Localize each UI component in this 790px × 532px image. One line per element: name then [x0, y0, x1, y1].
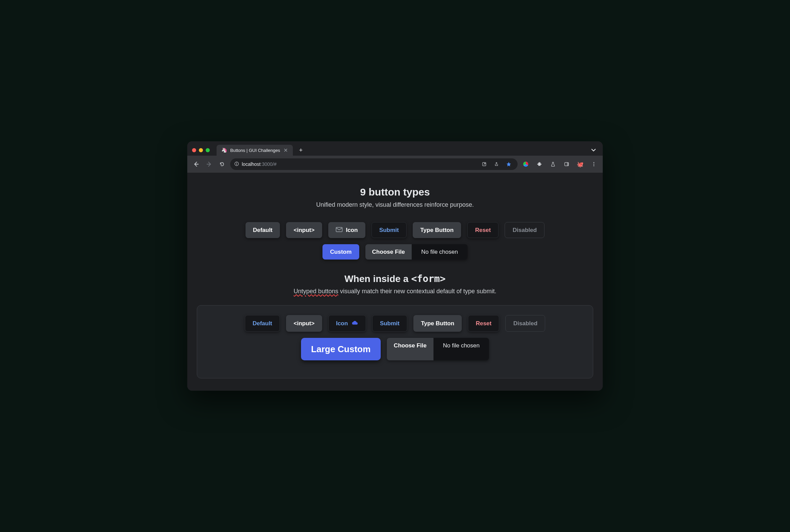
form-submit-button[interactable]: Submit	[372, 315, 408, 332]
site-info-icon[interactable]	[234, 161, 239, 167]
form-reset-button[interactable]: Reset	[468, 315, 499, 332]
section1-row1: Default <input> Icon Submit Type Button …	[197, 222, 593, 238]
window-controls	[192, 148, 210, 152]
form-icon-button-label: Icon	[336, 320, 348, 326]
form-choose-file-button[interactable]: Choose File	[387, 338, 433, 360]
close-tab-button[interactable]	[283, 148, 288, 153]
section2-title: When inside a <form>	[197, 273, 593, 284]
envelope-icon	[336, 227, 343, 233]
section2-subtitle-highlight: Untyped buttons	[294, 288, 338, 295]
form-input-button[interactable]: <input>	[286, 315, 322, 332]
form-type-button[interactable]: Type Button	[413, 315, 462, 332]
svg-point-9	[594, 166, 595, 167]
tab-title: Buttons | GUI Challenges	[230, 148, 280, 153]
open-external-icon[interactable]	[479, 159, 489, 169]
custom-button[interactable]: Custom	[322, 244, 359, 260]
section2-title-prefix: When inside a	[344, 273, 411, 284]
forward-button[interactable]	[204, 159, 214, 169]
cloud-icon	[351, 320, 358, 327]
extension-icon-1[interactable]	[521, 159, 531, 169]
file-chosen-label: No file chosen	[412, 244, 468, 260]
tabs-dropdown-button[interactable]	[589, 147, 598, 153]
section2-subtitle-rest: visually match their new contextual defa…	[338, 288, 496, 295]
minimize-window-button[interactable]	[199, 148, 203, 152]
form-disabled-button: Disabled	[505, 315, 545, 332]
section2-title-code: <form>	[411, 273, 445, 284]
form-file-input[interactable]: Choose File No file chosen	[387, 338, 489, 360]
input-button[interactable]: <input>	[286, 222, 322, 238]
bookmark-star-icon[interactable]	[504, 159, 514, 169]
kebab-menu-icon[interactable]	[589, 159, 599, 169]
browser-toolbar: localhost:3000/#	[187, 156, 603, 173]
close-window-button[interactable]	[192, 148, 196, 152]
type-button[interactable]: Type Button	[413, 222, 461, 238]
new-tab-button[interactable]: +	[296, 146, 305, 155]
form-panel: Default <input> Icon Submit Type Button …	[197, 305, 593, 378]
page-content: 9 button types Unified modern style, vis…	[187, 173, 603, 391]
browser-window: 🦄 Buttons | GUI Challenges + localh	[187, 141, 603, 391]
section1-title: 9 button types	[197, 186, 593, 198]
section2-row1: Default <input> Icon Submit Type Button …	[204, 315, 586, 332]
choose-file-button[interactable]: Choose File	[365, 244, 412, 260]
tab-favicon: 🦄	[221, 147, 227, 153]
section2-subtitle: Untyped buttons visually match their new…	[197, 288, 593, 295]
back-button[interactable]	[191, 159, 201, 169]
profile-avatar[interactable]: 🐙	[575, 159, 585, 169]
section1-row2: Custom Choose File No file chosen	[197, 244, 593, 260]
svg-rect-6	[567, 162, 569, 166]
disabled-button: Disabled	[505, 222, 544, 238]
url-text: localhost:3000/#	[242, 161, 477, 167]
form-icon-button[interactable]: Icon	[328, 315, 366, 332]
reload-button[interactable]	[217, 159, 227, 169]
icon-button-label: Icon	[346, 227, 358, 233]
form-large-custom-button[interactable]: Large Custom	[301, 338, 381, 360]
extensions-strip: 🐙	[521, 159, 599, 169]
reset-button[interactable]: Reset	[467, 222, 499, 238]
file-input[interactable]: Choose File No file chosen	[365, 244, 468, 260]
icon-button[interactable]: Icon	[328, 222, 365, 238]
form-file-chosen-label: No file chosen	[433, 338, 489, 360]
svg-rect-2	[236, 163, 237, 165]
browser-tab[interactable]: 🦄 Buttons | GUI Challenges	[217, 145, 293, 156]
share-icon[interactable]	[492, 159, 501, 169]
address-bar[interactable]: localhost:3000/#	[230, 158, 518, 170]
section2-row2: Large Custom Choose File No file chosen	[204, 338, 586, 360]
section1-subtitle: Unified modern style, visual differences…	[197, 201, 593, 208]
panel-icon[interactable]	[562, 159, 571, 169]
labs-flask-icon[interactable]	[548, 159, 558, 169]
tab-strip: 🦄 Buttons | GUI Challenges +	[187, 141, 603, 156]
maximize-window-button[interactable]	[206, 148, 210, 152]
submit-button[interactable]: Submit	[372, 222, 407, 238]
default-button[interactable]: Default	[246, 222, 280, 238]
extensions-puzzle-icon[interactable]	[535, 159, 544, 169]
svg-point-8	[594, 164, 595, 165]
svg-point-1	[236, 162, 237, 163]
svg-point-7	[594, 162, 595, 163]
form-default-button[interactable]: Default	[245, 315, 280, 332]
